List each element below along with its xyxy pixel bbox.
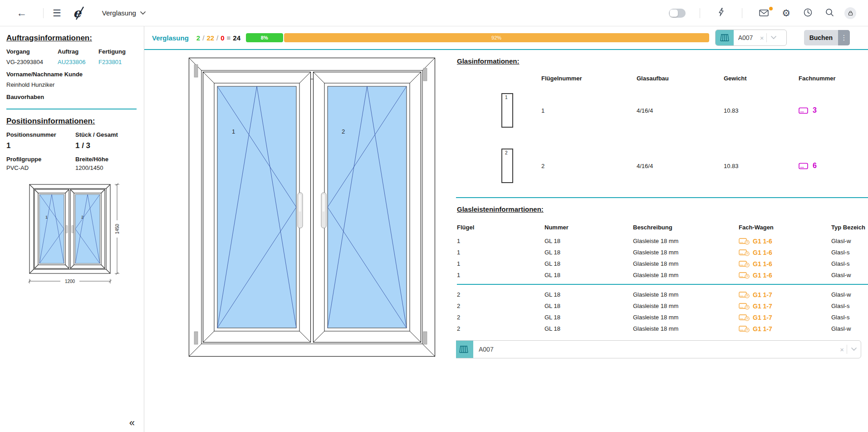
fach-wagen-cell: ? G1 1-6 [739, 235, 831, 247]
fertigung-label: Fertigung [98, 48, 137, 55]
back-button[interactable]: ← [14, 7, 29, 19]
typ-cell: Glasl-s [831, 312, 868, 323]
leisten-header: Fach-Wagen [739, 224, 831, 235]
page-title: Verglasung [152, 34, 189, 42]
glasinfo-title: Glasinformationen: [457, 57, 868, 65]
kunde-block: Vorname/Nachname Kunde Reinhold Hunziker [6, 71, 137, 88]
typ-cell: Glasl-s [831, 258, 868, 269]
profilgruppe-value: PVC-AD [6, 164, 75, 171]
chevron-down-icon[interactable] [767, 36, 780, 40]
sidebar-collapse-button[interactable]: « [127, 417, 137, 429]
buchen-menu-button[interactable]: ⋮ [838, 30, 850, 45]
wagen-rack-icon: ? [739, 272, 750, 279]
topbar-divider [43, 8, 44, 18]
bottom-wagen-input[interactable] [473, 345, 839, 353]
module-selector[interactable]: Verglasung [99, 9, 148, 17]
fach-rack-icon [799, 107, 809, 114]
fach-wagen-link[interactable]: ? G1 1-6 [739, 260, 772, 268]
beschreibung-cell: Glasleiste 18 mm [633, 323, 739, 334]
fluegelnummer-cell: 1 [541, 83, 637, 138]
window-technical-drawing: 1 2 [188, 57, 436, 357]
main-area: Verglasung 2 / 22 / 0 = 24 8% 92% × [144, 26, 868, 432]
theme-toggle[interactable] [669, 9, 686, 18]
glass-thumb-cell: 2 [501, 138, 541, 194]
fach-wagen-value: G1 1-6 [753, 260, 772, 268]
fach-wagen-link[interactable]: ? G1 1-6 [739, 238, 772, 245]
positionsnummer-value: 1 [6, 141, 75, 150]
svg-text:e: e [73, 6, 82, 20]
wagen-rack-icon: ? [739, 325, 750, 333]
user-avatar[interactable] [844, 7, 856, 19]
auftrag-title: Auftragsinformationen: [6, 34, 137, 43]
fach-wagen-link[interactable]: ? G1 1-7 [739, 314, 772, 321]
search-icon[interactable] [823, 8, 837, 19]
auftrag-link[interactable]: AU233806 [58, 59, 98, 65]
glasinfo-table: Flügelnummer Glasaufbau Gewicht Fachnumm… [456, 75, 868, 194]
fluegel-cell: 1 [457, 235, 544, 247]
nummer-cell: GL 18 [544, 247, 633, 258]
fach-wagen-value: G1 1-7 [753, 291, 772, 298]
fach-wagen-link[interactable]: ? G1 1-7 [739, 291, 772, 298]
fach-wagen-link[interactable]: ? G1 1-7 [739, 303, 772, 310]
nummer-cell: GL 18 [544, 300, 633, 312]
beschreibung-cell: Glasleiste 18 mm [633, 300, 739, 312]
notification-dot [769, 7, 773, 10]
position-title: Positionsinformationen: [6, 117, 137, 126]
fach-wagen-value: G1 1-7 [753, 303, 772, 310]
fach-wagen-link[interactable]: ? G1 1-6 [739, 249, 772, 256]
auftrag-label: Auftrag [58, 48, 98, 55]
settings-gear-icon[interactable]: ⚙ [779, 8, 793, 18]
bauvorhaben-label: Bauvorhaben [6, 94, 137, 100]
glasinfo-header-spacer [501, 75, 541, 83]
topbar-divider [700, 8, 700, 18]
wagen-rack-icon[interactable] [456, 341, 473, 358]
logo-icon: e [72, 6, 86, 20]
mail-icon[interactable] [756, 9, 771, 17]
fach-wagen-value: G1 1-6 [753, 272, 772, 279]
svg-text:?: ? [746, 328, 748, 332]
wagen-rack-icon: ? [739, 238, 750, 245]
typ-cell: Glasl-w [831, 235, 868, 247]
clear-icon[interactable]: × [759, 34, 767, 42]
main-header: Verglasung 2 / 22 / 0 = 24 8% 92% × [144, 26, 868, 50]
wagen-rack-icon[interactable] [716, 30, 734, 45]
typ-cell: Glasl-s [831, 300, 868, 312]
module-label: Verglasung [102, 9, 136, 17]
menu-icon[interactable]: ☰ [50, 8, 64, 18]
fachnummer-link[interactable]: 3 [799, 106, 817, 114]
fertigung-link[interactable]: F233801 [98, 59, 137, 65]
toggle-knob [670, 10, 678, 17]
fach-wagen-link[interactable]: ? G1 1-7 [739, 325, 772, 333]
bauvorhaben-block: Bauvorhaben [6, 94, 137, 100]
chevron-down-icon[interactable] [847, 348, 861, 351]
gewicht-cell: 10.83 [724, 83, 799, 138]
fach-wagen-link[interactable]: ? G1 1-6 [739, 272, 772, 279]
topbar-divider [742, 8, 742, 18]
fluegel-cell: 2 [457, 300, 544, 312]
fach-wagen-value: G1 1-6 [753, 238, 772, 245]
history-clock-icon[interactable] [801, 8, 815, 19]
progress-segment-open: 92% [284, 33, 709, 42]
positionsnummer-label: Positionsnummer [6, 131, 75, 138]
chevron-down-icon [140, 11, 146, 15]
wagen-input[interactable] [734, 34, 759, 41]
leisten-header: Nummer [544, 224, 633, 235]
fachnummer-link[interactable]: 6 [799, 162, 817, 170]
count-done: 2 [196, 34, 200, 42]
fach-wagen-cell: ? G1 1-6 [739, 258, 831, 269]
vorgang-label: Vorgang [6, 48, 58, 55]
fachnummer-cell: 6 [799, 138, 868, 194]
quick-actions-icon[interactable] [714, 7, 728, 19]
fluegel-cell: 1 [457, 258, 544, 269]
gewicht-cell: 10.83 [724, 138, 799, 194]
buchen-button[interactable]: Buchen [804, 30, 838, 45]
clear-icon[interactable]: × [839, 346, 847, 353]
wagen-combobox: × [715, 30, 787, 46]
count-total: 24 [233, 34, 240, 42]
position-thumbnail: 1 2 1450 1200 [28, 183, 137, 290]
bottom-wagen-combobox: × [456, 340, 861, 358]
wagen-rack-icon: ? [739, 249, 750, 256]
svg-text:?: ? [746, 263, 748, 267]
drawing-area: 1 2 [144, 50, 456, 432]
nummer-cell: GL 18 [544, 323, 633, 334]
